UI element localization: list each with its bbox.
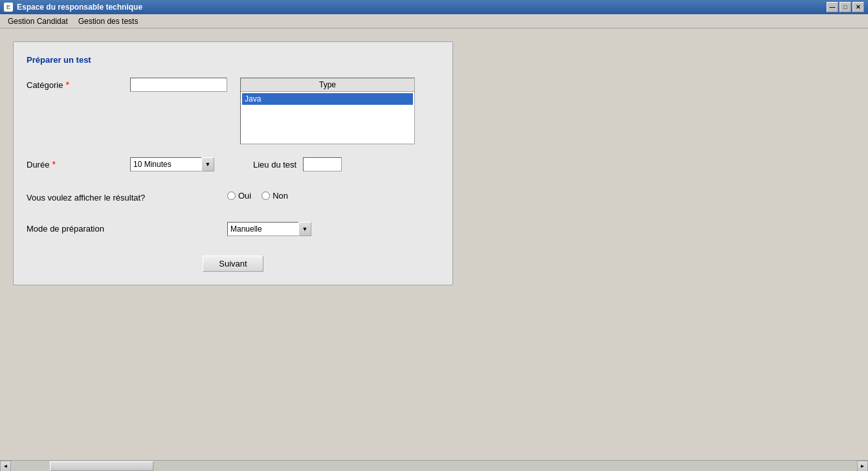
scroll-left-btn[interactable]: ◄ — [0, 461, 11, 472]
duree-required: * — [52, 159, 55, 170]
mode-label: Mode de préparation — [27, 222, 227, 234]
lieu-label: Lieu du test — [253, 160, 296, 170]
type-table-body[interactable]: Java — [241, 92, 414, 144]
duree-label: Durée * — [27, 157, 130, 170]
main-content: Préparer un test Catégorie * Type Java D… — [0, 28, 868, 458]
lieu-input[interactable] — [303, 157, 342, 171]
close-button[interactable]: ✕ — [852, 2, 864, 12]
resultat-label: Vous voulez afficher le résultat? — [27, 191, 227, 203]
non-radio-label[interactable]: Non — [262, 191, 288, 201]
resultat-radio-group: Oui Non — [227, 191, 288, 201]
menu-gestion-candidat[interactable]: Gestion Candidat — [3, 16, 73, 27]
oui-radio[interactable] — [227, 192, 236, 200]
mode-select[interactable]: Manuelle Automatique — [227, 222, 311, 236]
non-radio[interactable] — [262, 192, 270, 200]
title-bar: E Espace du responsable technique — □ ✕ — [0, 0, 868, 14]
scroll-thumb[interactable] — [50, 461, 153, 471]
categorie-required: * — [65, 80, 69, 90]
scroll-track[interactable] — [11, 461, 857, 471]
categorie-input[interactable] — [130, 78, 227, 92]
categorie-type-row: Catégorie * Type Java — [27, 78, 440, 144]
type-row-java[interactable]: Java — [242, 93, 413, 105]
menu-bar: Gestion Candidat Gestion des tests — [0, 14, 868, 28]
minimize-button[interactable]: — — [827, 2, 838, 12]
maximize-button[interactable]: □ — [840, 2, 851, 12]
duree-select-wrapper: 10 Minutes 20 Minutes 30 Minutes 45 Minu… — [130, 157, 214, 171]
form-title: Préparer un test — [27, 55, 440, 65]
scroll-right-btn[interactable]: ► — [857, 461, 868, 472]
type-table: Type Java — [240, 78, 415, 144]
form-panel: Préparer un test Catégorie * Type Java D… — [13, 41, 453, 285]
mode-select-wrapper: Manuelle Automatique ▼ — [227, 222, 311, 236]
resultat-row: Vous voulez afficher le résultat? Oui No… — [27, 191, 440, 203]
app-icon: E — [4, 3, 13, 12]
window-title: Espace du responsable technique — [17, 3, 142, 12]
window-controls: — □ ✕ — [827, 2, 864, 12]
type-header: Type — [241, 78, 414, 92]
mode-row: Mode de préparation Manuelle Automatique… — [27, 222, 440, 236]
categorie-label: Catégorie * — [27, 78, 130, 90]
menu-gestion-tests[interactable]: Gestion des tests — [73, 16, 144, 27]
bottom-scrollbar[interactable]: ◄ ► — [0, 460, 868, 471]
duree-lieu-row: Durée * 10 Minutes 20 Minutes 30 Minutes… — [27, 157, 440, 171]
button-row: Suivant — [27, 256, 440, 272]
suivant-button[interactable]: Suivant — [203, 256, 263, 272]
oui-radio-label[interactable]: Oui — [227, 191, 251, 201]
duree-select[interactable]: 10 Minutes 20 Minutes 30 Minutes 45 Minu… — [130, 157, 214, 171]
